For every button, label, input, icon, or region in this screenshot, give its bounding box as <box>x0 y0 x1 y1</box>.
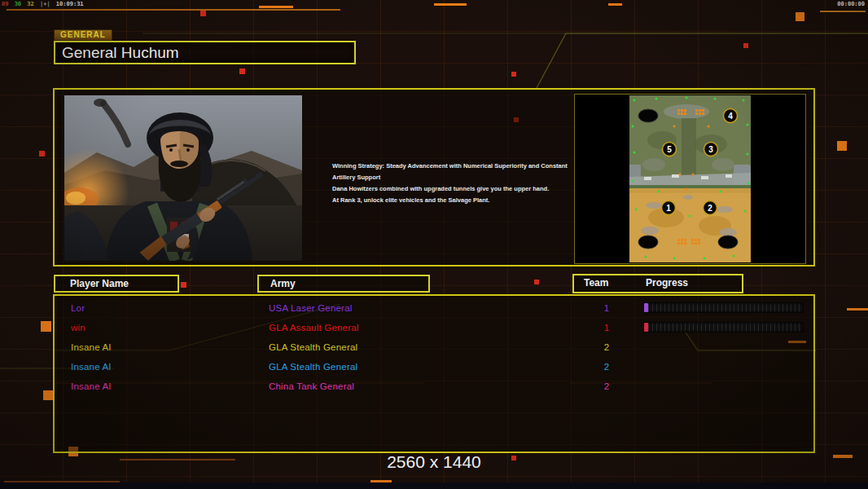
start-position-marker: 3 <box>708 145 713 154</box>
header-team-progress: Team Progress <box>572 274 743 293</box>
start-position-marker: 1 <box>666 204 671 213</box>
players-table: Lor USA Laser General 1 win GLA Assault … <box>53 294 815 453</box>
bottom-strip-decoration <box>0 482 868 489</box>
player-team: 2 <box>597 337 616 357</box>
strategy-line: At Rank 3, unlock elite vehicles and the… <box>332 195 576 206</box>
strategy-line: Winning Strategy: Steady Advancement wit… <box>332 161 576 183</box>
strategy-line: Dana Howitzers combined with upgraded tu… <box>332 183 576 195</box>
resolution-label: 2560 x 1440 <box>0 452 868 472</box>
loading-screen: 09 30 32 |+| 10:09:31 00:00:00 GENERAL G… <box>0 0 868 489</box>
debug-segment: 09 <box>2 1 8 7</box>
header-army-label: Army <box>270 276 296 291</box>
loading-progress-fill <box>644 303 648 312</box>
player-army: GLA Stealth General <box>269 337 357 357</box>
start-position-marker: 4 <box>728 112 733 121</box>
header-army: Army <box>257 275 430 293</box>
loading-progress-bar <box>643 322 804 333</box>
player-name: Insane AI <box>71 357 112 377</box>
table-row: Insane AI GLA Stealth General 2 <box>55 357 813 377</box>
player-name: Lor <box>71 298 85 318</box>
general-portrait-art <box>64 95 302 261</box>
general-tab-label: GENERAL <box>54 29 112 41</box>
loading-progress-fill <box>644 323 648 332</box>
minimap-panel: 4 5 3 1 2 <box>574 94 806 264</box>
general-portrait <box>64 95 302 261</box>
player-name: win <box>71 318 85 337</box>
player-army: GLA Assault General <box>269 318 359 337</box>
debug-segment: 32 <box>27 1 33 7</box>
debug-clock: 10:09:31 <box>56 1 84 7</box>
header-player-name: Player Name <box>54 275 179 293</box>
match-timer: 00:00:00 <box>837 1 865 7</box>
table-row: Insane AI GLA Stealth General 2 <box>55 337 813 357</box>
start-position-marker: 5 <box>667 145 672 154</box>
loading-progress-bar <box>643 302 804 313</box>
minimap: 4 5 3 1 2 <box>629 95 751 262</box>
player-name: Insane AI <box>71 377 112 396</box>
debug-segment: |+| <box>40 1 50 7</box>
header-team-label: Team <box>584 275 608 290</box>
debug-segment: 30 <box>15 1 21 7</box>
player-team: 2 <box>597 357 616 377</box>
minimap-art: 4 5 3 1 2 <box>629 95 751 262</box>
player-name: Insane AI <box>71 337 112 357</box>
table-row: win GLA Assault General 1 <box>55 318 813 337</box>
header-player-name-label: Player Name <box>70 276 129 291</box>
player-army: China Tank General <box>269 377 354 396</box>
table-row: Lor USA Laser General 1 <box>55 298 813 318</box>
debug-overlay-text: 09 30 32 |+| 10:09:31 <box>2 1 86 7</box>
header-progress-label: Progress <box>646 275 688 290</box>
player-team: 1 <box>597 298 616 318</box>
player-army: USA Laser General <box>269 298 352 318</box>
general-info-panel: Winning Strategy: Steady Advancement wit… <box>53 88 815 267</box>
strategy-text: Winning Strategy: Steady Advancement wit… <box>332 161 576 206</box>
player-army: GLA Stealth General <box>269 357 357 377</box>
player-team: 2 <box>597 377 616 396</box>
start-position-marker: 2 <box>708 204 712 213</box>
general-name: General Huchum <box>55 42 354 63</box>
table-row: Insane AI China Tank General 2 <box>55 377 813 396</box>
player-team: 1 <box>597 318 616 337</box>
general-title-box: General Huchum <box>54 41 356 64</box>
